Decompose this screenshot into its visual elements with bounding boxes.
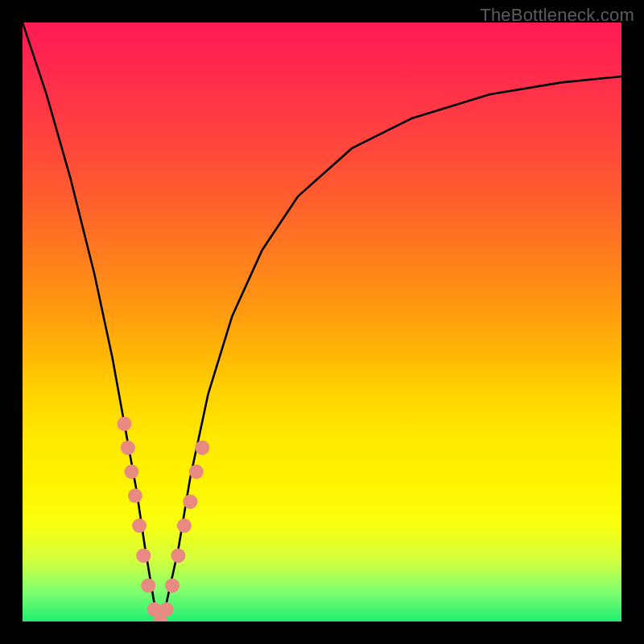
curve-layer (23, 23, 621, 621)
marker-dot (141, 578, 155, 592)
watermark-text: TheBottleneck.com (480, 5, 634, 26)
marker-layer (118, 417, 210, 622)
marker-dot (132, 518, 147, 533)
marker-dot (159, 602, 174, 617)
outer-black-frame: TheBottleneck.com (0, 0, 644, 644)
marker-dot (165, 578, 180, 592)
marker-dot (136, 548, 151, 563)
marker-dot (195, 440, 209, 455)
plot-area (23, 23, 621, 621)
marker-dot (118, 417, 132, 431)
marker-dot (124, 464, 138, 479)
marker-dot (177, 518, 192, 533)
marker-dot (171, 548, 185, 563)
marker-dot (121, 440, 135, 455)
marker-dot (189, 464, 204, 479)
marker-dot (128, 489, 142, 503)
marker-dot (183, 494, 197, 509)
bottleneck-curve-svg (23, 23, 621, 621)
bottleneck-curve-path (23, 23, 621, 621)
